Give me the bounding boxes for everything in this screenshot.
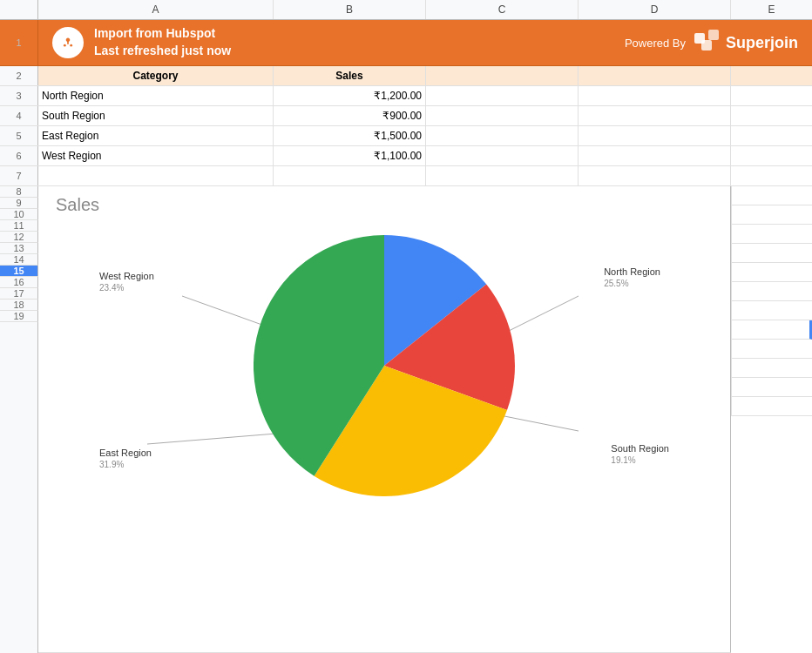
cell-7-c[interactable] [426, 166, 579, 185]
cell-7-e[interactable] [731, 166, 812, 185]
right-cell-17[interactable] [731, 359, 812, 378]
right-cell-19[interactable] [731, 397, 812, 416]
right-cell-14[interactable] [731, 301, 812, 320]
south-region-label: South Region 19.1% [611, 442, 669, 466]
col-header-b[interactable]: B [274, 0, 426, 19]
row-3: 3 North Region ₹1,200.00 [0, 86, 812, 106]
superjoin-icon [693, 26, 721, 59]
row-2: 2 Category Sales [0, 66, 812, 86]
cell-6-e[interactable] [731, 146, 812, 165]
chart-title: Sales [56, 195, 713, 215]
cell-3-d[interactable] [579, 86, 731, 105]
right-cell-10[interactable] [731, 225, 812, 244]
row-num-17: 17 [0, 288, 38, 300]
column-headers: A B C D E [0, 0, 812, 20]
east-region-label: East Region 31.9% [99, 447, 152, 470]
row-num-10: 10 [0, 209, 38, 220]
banner-line1: Import from Hubspot [94, 25, 231, 43]
row-num-13: 13 [0, 243, 38, 254]
svg-point-1 [64, 44, 66, 47]
col-header-d[interactable]: D [579, 0, 731, 19]
cell-5-e[interactable] [731, 126, 812, 145]
cell-4-e[interactable] [731, 106, 812, 125]
cell-6-b[interactable]: ₹1,100.00 [274, 146, 426, 165]
cell-7-d[interactable] [579, 166, 731, 185]
right-cell-18[interactable] [731, 378, 812, 397]
row-num-15: 15 [0, 266, 38, 277]
cell-6-c[interactable] [426, 146, 579, 165]
row-5: 5 East Region ₹1,500.00 [0, 126, 812, 146]
row-num-1: 1 [0, 20, 38, 65]
brand-name: Superjoin [726, 34, 798, 52]
cell-2-a[interactable]: Category [38, 66, 274, 85]
cell-4-d[interactable] [579, 106, 731, 125]
cell-4-a[interactable]: South Region [38, 106, 274, 125]
row-num-4: 4 [0, 106, 38, 125]
row-num-3: 3 [0, 86, 38, 105]
cell-2-e[interactable] [731, 66, 812, 85]
row-numbers-col: 8 9 10 11 12 13 14 15 16 17 18 19 [0, 186, 38, 653]
cell-4-b[interactable]: ₹900.00 [274, 106, 426, 125]
right-cells-col-e [731, 186, 812, 653]
right-cell-8[interactable] [731, 186, 812, 205]
row-num-12: 12 [0, 232, 38, 243]
cell-3-e[interactable] [731, 86, 812, 105]
row-num-7: 7 [0, 166, 38, 185]
svg-rect-4 [708, 30, 719, 40]
row-num-2: 2 [0, 66, 38, 85]
banner-left: Import from Hubspot Last refreshed just … [52, 25, 231, 59]
row-num-11: 11 [0, 220, 38, 232]
cell-5-b[interactable]: ₹1,500.00 [274, 126, 426, 145]
row-num-19: 19 [0, 311, 38, 322]
cell-6-a[interactable]: West Region [38, 146, 274, 165]
row-num-6: 6 [0, 146, 38, 165]
cell-3-b[interactable]: ₹1,200.00 [274, 86, 426, 105]
right-cell-15[interactable] [731, 320, 812, 340]
row-num-16: 16 [0, 277, 38, 288]
row-1-banner: 1 Import from Hubspot Last refresh [0, 20, 812, 66]
row-num-18: 18 [0, 300, 38, 311]
row-4: 4 South Region ₹900.00 [0, 106, 812, 126]
cell-5-d[interactable] [579, 126, 731, 145]
col-header-c[interactable]: C [426, 0, 579, 19]
cell-6-d[interactable] [579, 146, 731, 165]
col-header-a[interactable]: A [38, 0, 274, 19]
cell-7-a[interactable] [38, 166, 274, 185]
cell-3-a[interactable]: North Region [38, 86, 274, 105]
svg-rect-5 [701, 40, 712, 50]
cell-2-c[interactable] [426, 66, 579, 85]
hubspot-icon [52, 27, 84, 58]
cell-3-c[interactable] [426, 86, 579, 105]
west-region-label: West Region 23.4% [99, 270, 154, 293]
cell-4-c[interactable] [426, 106, 579, 125]
chart-container: Sales West Region 23.4% [38, 186, 731, 653]
powered-by-text: Powered By [625, 37, 686, 50]
grid-body: 1 Import from Hubspot Last refresh [0, 20, 812, 653]
chart-left-section: 8 9 10 11 12 13 14 15 16 17 18 19 Sales [0, 186, 812, 653]
cell-2-d[interactable] [579, 66, 731, 85]
cell-7-b[interactable] [274, 166, 426, 185]
cell-5-c[interactable] [426, 126, 579, 145]
cell-5-a[interactable]: East Region [38, 126, 274, 145]
spreadsheet: A B C D E 1 [0, 0, 812, 653]
north-region-label: North Region 25.5% [604, 266, 660, 289]
right-cell-11[interactable] [731, 244, 812, 263]
row-num-14: 14 [0, 254, 38, 266]
corner-cell [0, 0, 38, 19]
banner-content: Import from Hubspot Last refreshed just … [38, 20, 812, 65]
pie-chart-area: West Region 23.4% [56, 222, 713, 509]
cell-2-b[interactable]: Sales [274, 66, 426, 85]
right-cell-12[interactable] [731, 263, 812, 282]
row-6: 6 West Region ₹1,100.00 [0, 146, 812, 166]
row-7: 7 [0, 166, 812, 186]
right-cell-13[interactable] [731, 282, 812, 301]
right-cell-9[interactable] [731, 205, 812, 225]
col-header-e[interactable]: E [731, 0, 812, 19]
svg-point-2 [70, 44, 72, 47]
right-cell-16[interactable] [731, 340, 812, 359]
banner-right: Powered By Superjoin [625, 26, 798, 59]
banner-text: Import from Hubspot Last refreshed just … [94, 25, 231, 59]
chart-area-container: 8 9 10 11 12 13 14 15 16 17 18 19 Sales [0, 186, 812, 653]
row-num-9: 9 [0, 198, 38, 209]
banner-line2: Last refreshed just now [94, 43, 231, 60]
